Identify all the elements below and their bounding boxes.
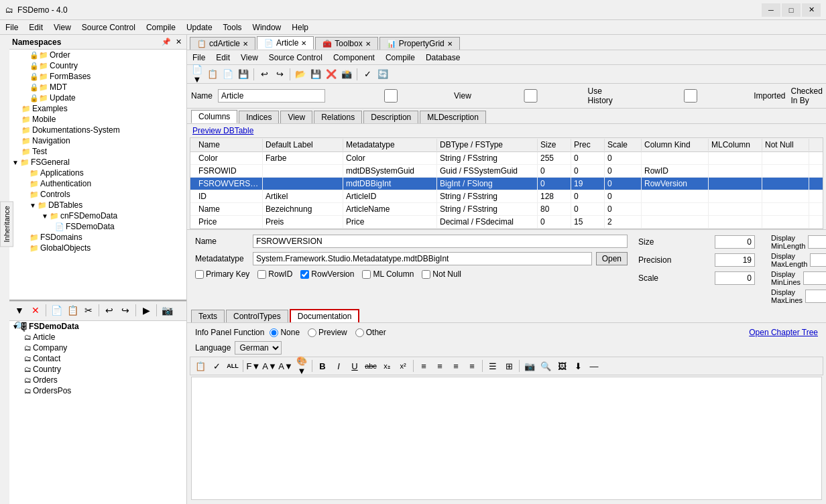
rt-clipboard-button[interactable]: 📋 — [193, 359, 208, 373]
tree-item-contact[interactable]: 🗂 Contact — [9, 353, 186, 364]
rowversion-checkbox[interactable] — [300, 270, 309, 279]
size-input[interactable] — [715, 235, 755, 249]
tab-article[interactable]: 📄 Article ✕ — [257, 36, 314, 50]
tree-item-fsgeneral[interactable]: ▼ 📁 FSGeneral — [9, 157, 186, 168]
tree-item-mobile[interactable]: 📁 Mobile — [9, 114, 186, 125]
precision-input[interactable] — [715, 253, 755, 267]
rt-table-button[interactable]: ⊞ — [501, 359, 516, 373]
bottom-tab-controltypes[interactable]: ControlTypes — [226, 310, 288, 322]
rt-bold-button[interactable]: B — [315, 359, 330, 373]
tree-item-country[interactable]: 🔒📁 Country — [9, 60, 186, 71]
preview-dbtable-link[interactable]: Preview DBTable — [192, 126, 253, 135]
display-maxlength-input[interactable] — [810, 253, 826, 267]
language-select[interactable]: German English — [235, 341, 282, 355]
tree-item-dbtables[interactable]: ▼ 📁 DBTables — [9, 200, 186, 210]
rt-align-left-button[interactable]: ≡ — [416, 359, 431, 373]
toolbar-camera-button[interactable]: 📷 — [160, 303, 174, 318]
sidebar-close-button[interactable]: ✕ — [173, 37, 184, 48]
sub-tab-view[interactable]: View — [280, 111, 312, 123]
paste-button[interactable]: 📄 — [221, 67, 235, 82]
tab-close[interactable]: ✕ — [447, 40, 453, 48]
undo-button[interactable]: ↩ — [257, 67, 272, 82]
tree-item-mdt[interactable]: 🔒📁 MDT — [9, 82, 186, 92]
tree-item-fsdomains[interactable]: 📁 FSDomains — [9, 232, 186, 243]
open-meta-button[interactable]: Open — [596, 252, 628, 265]
rt-superscript-button[interactable]: x² — [396, 359, 410, 373]
tree-item-applications[interactable]: 📁 Applications — [9, 168, 186, 178]
tree-item-fsdemodataroot[interactable]: ▼ 🗄 FSDemoData — [9, 321, 186, 332]
menu-file[interactable]: File — [0, 21, 23, 34]
tree-item-navigation[interactable]: 📁 Navigation — [9, 135, 186, 146]
minimize-button[interactable]: ─ — [762, 3, 780, 17]
open-chapter-link[interactable]: Open Chapter Tree — [749, 328, 818, 337]
menu-source-control[interactable]: Source Control — [76, 21, 141, 34]
inner-menu-component[interactable]: Component — [328, 52, 380, 64]
sub-tab-mldescription[interactable]: MLDescription — [420, 111, 486, 123]
rt-list-button[interactable]: ☰ — [485, 359, 500, 373]
ml-column-checkbox[interactable] — [362, 270, 371, 279]
menu-window[interactable]: Window — [247, 21, 287, 34]
sub-tab-description[interactable]: Description — [363, 111, 418, 123]
tree-item-controls[interactable]: 📁 Controls — [9, 189, 186, 200]
tree-item-test[interactable]: 📁 Test — [9, 146, 186, 157]
toolbar-redo-button[interactable]: ↪ — [118, 303, 133, 318]
tree-item-country2[interactable]: 🗂 Country — [9, 364, 186, 375]
primary-key-checkbox[interactable] — [195, 270, 204, 279]
tree-item-update[interactable]: 🔒📁 Update — [9, 92, 186, 103]
inner-menu-view[interactable]: View — [235, 52, 263, 64]
tree-item-orders[interactable]: 🗂 Orders — [9, 375, 186, 385]
refresh-button[interactable]: 🔄 — [375, 67, 390, 82]
rt-search-button[interactable]: 🔍 — [538, 359, 553, 373]
rt-size-button[interactable]: A▼ — [262, 359, 277, 373]
save2-button[interactable]: 💾 — [308, 67, 323, 82]
bottom-tab-texts[interactable]: Texts — [191, 310, 225, 322]
close-button[interactable]: ✕ — [802, 3, 821, 17]
rt-frame-button[interactable]: 🖼 — [554, 359, 569, 373]
rt-divider-button[interactable]: — — [587, 359, 601, 373]
rt-align-right-button[interactable]: ≡ — [449, 359, 463, 373]
radio-other[interactable] — [355, 328, 364, 337]
tab-toolbox[interactable]: 🧰 Toolbox ✕ — [315, 37, 377, 50]
inner-menu-compile[interactable]: Compile — [380, 52, 420, 64]
rt-font-button[interactable]: F▼ — [246, 359, 261, 373]
view-checkbox[interactable] — [331, 89, 451, 103]
table-row[interactable]: Price Preis Price Decimal / FSdecimal 0 … — [190, 216, 823, 229]
tab-propertygrid[interactable]: 📊 PropertyGrid ✕ — [379, 37, 460, 50]
sidebar-pin-button[interactable]: 📌 — [161, 37, 172, 48]
name-input[interactable] — [218, 89, 325, 103]
tree-item-dok-system[interactable]: 📁 Dokumentations-System — [9, 125, 186, 135]
toolbar-delete-button[interactable]: ✕ — [28, 303, 43, 318]
inheritance-tab[interactable]: Inheritance — [0, 201, 13, 247]
menu-edit[interactable]: Edit — [23, 21, 48, 34]
tree-item-company[interactable]: 🗂 Company — [9, 342, 186, 353]
use-history-checkbox[interactable] — [477, 89, 585, 103]
toolbar-new-button[interactable]: ▼ — [12, 303, 27, 318]
text-editor[interactable] — [191, 377, 822, 500]
rt-align-center-button[interactable]: ≡ — [432, 359, 447, 373]
display-minlines-input[interactable] — [803, 271, 826, 285]
delete-button[interactable]: ❌ — [324, 67, 339, 82]
display-minlength-input[interactable] — [808, 235, 826, 249]
imported-checkbox[interactable] — [630, 89, 751, 103]
rt-align-justify-button[interactable]: ≡ — [465, 359, 479, 373]
menu-view[interactable]: View — [48, 21, 76, 34]
menu-update[interactable]: Update — [181, 21, 218, 34]
not-null-checkbox[interactable] — [422, 270, 430, 279]
tab-close[interactable]: ✕ — [301, 40, 306, 47]
tree-item-cnfsdemdata[interactable]: ▼ 📁 cnFSDemoData — [9, 210, 186, 221]
inner-menu-file[interactable]: File — [187, 52, 211, 64]
tree-item-authentication[interactable]: 📁 Authentication — [9, 178, 186, 189]
toolbar-cut-button[interactable]: ✂ — [81, 303, 96, 318]
redo-button[interactable]: ↪ — [272, 67, 287, 82]
toolbar-paste-button[interactable]: 📋 — [65, 303, 80, 318]
table-row[interactable]: ID Artikel ArticleID String / FSstring 1… — [190, 190, 823, 203]
rt-strikethrough-button[interactable]: abc — [363, 359, 378, 373]
table-row[interactable]: Name Bezeichnung ArticleName String / FS… — [190, 203, 823, 216]
bottom-tab-documentation[interactable]: Documentation — [290, 309, 360, 322]
camera-button[interactable]: 📸 — [339, 67, 354, 82]
menu-help[interactable]: Help — [286, 21, 314, 34]
check-button[interactable]: ✓ — [360, 67, 375, 82]
rt-italic-button[interactable]: I — [331, 359, 346, 373]
tab-close[interactable]: ✕ — [365, 40, 371, 48]
tab-close[interactable]: ✕ — [243, 40, 248, 48]
